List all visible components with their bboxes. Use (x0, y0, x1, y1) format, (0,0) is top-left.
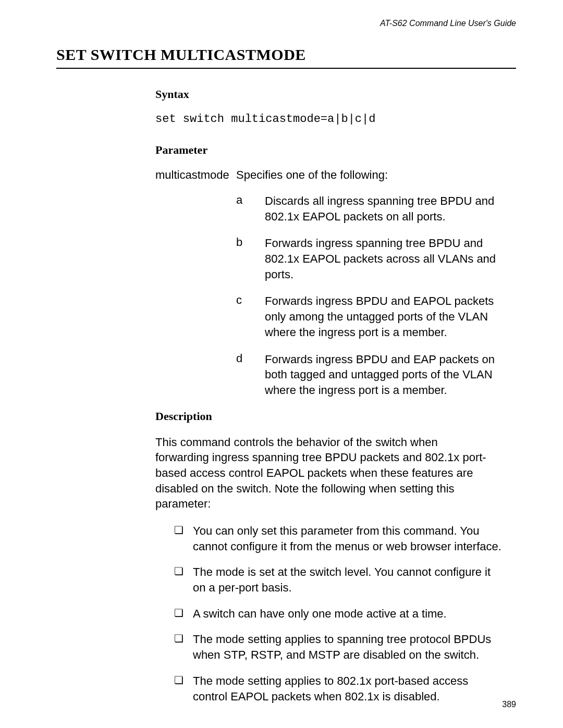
syntax-heading: Syntax (155, 88, 516, 101)
option-row: b Forwards ingress spanning tree BPDU an… (236, 236, 516, 282)
option-text: Forwards ingress spanning tree BPDU and … (265, 236, 502, 282)
parameter-name: multicastmode (155, 168, 236, 182)
list-item: The mode setting applies to spanning tre… (174, 632, 506, 662)
list-item: You can only set this parameter from thi… (174, 523, 506, 554)
running-header: AT-S62 Command Line User's Guide (56, 19, 516, 28)
command-title: SET SWITCH MULTICASTMODE (56, 46, 516, 69)
option-key: c (236, 293, 265, 307)
option-row: a Discards all ingress spanning tree BPD… (236, 193, 516, 224)
option-key: a (236, 193, 265, 207)
option-list: a Discards all ingress spanning tree BPD… (236, 193, 516, 398)
description-paragraph: This command controls the behavior of th… (155, 435, 489, 512)
description-list: You can only set this parameter from thi… (174, 523, 516, 704)
list-item: The mode setting applies to 802.1x port-… (174, 673, 506, 704)
parameter-intro: Specifies one of the following: (236, 168, 516, 182)
list-item: The mode is set at the switch level. You… (174, 564, 506, 595)
parameter-row: multicastmode Specifies one of the follo… (155, 168, 516, 182)
syntax-code: set switch multicastmode=a|b|c|d (155, 113, 516, 126)
content-block: Syntax set switch multicastmode=a|b|c|d … (155, 88, 516, 704)
list-item: A switch can have only one mode active a… (174, 606, 506, 622)
option-row: c Forwards ingress BPDU and EAPOL packet… (236, 293, 516, 340)
description-heading: Description (155, 410, 516, 423)
option-key: d (236, 352, 265, 365)
option-text: Forwards ingress BPDU and EAP packets on… (265, 352, 502, 398)
page: AT-S62 Command Line User's Guide SET SWI… (0, 0, 563, 728)
option-row: d Forwards ingress BPDU and EAP packets … (236, 352, 516, 398)
option-key: b (236, 236, 265, 249)
option-text: Discards all ingress spanning tree BPDU … (265, 193, 502, 224)
option-text: Forwards ingress BPDU and EAPOL packets … (265, 293, 502, 340)
page-number: 389 (502, 700, 516, 709)
parameter-heading: Parameter (155, 143, 516, 157)
